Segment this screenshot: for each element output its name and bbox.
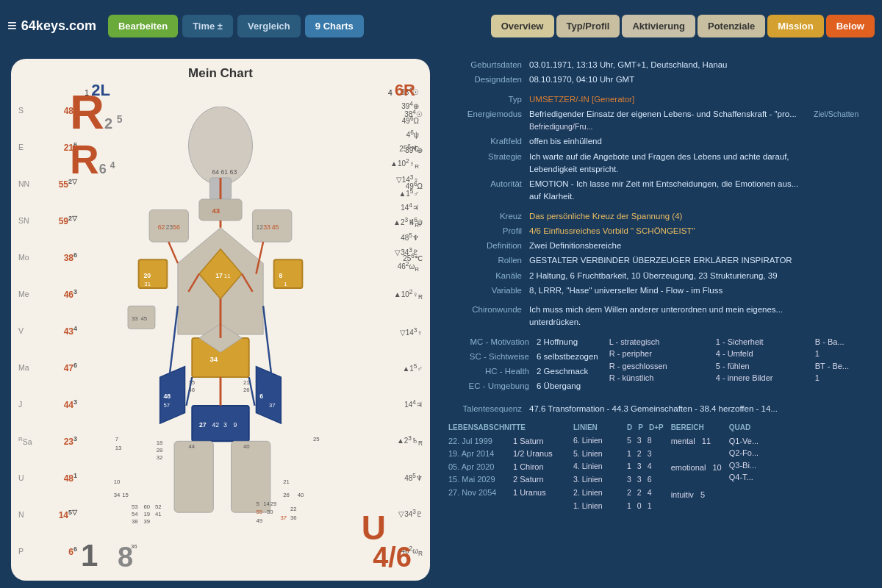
- svg-text:11: 11: [224, 273, 231, 279]
- svg-text:43: 43: [212, 207, 220, 215]
- ec-value: 6 Übergang: [537, 380, 581, 392]
- s1: 1 - Sicherheit: [716, 336, 804, 348]
- bereich-col: BEREICH mental 11 emotional 10 intuitiv …: [671, 422, 722, 514]
- bearbeiten-button[interactable]: Bearbeiten: [108, 15, 178, 37]
- d-col-header: D: [627, 422, 632, 433]
- svg-text:44: 44: [188, 443, 195, 450]
- strategie-label: Strategie: [448, 151, 522, 163]
- ec-label: EC - Umgebung: [448, 380, 529, 392]
- label-row-u: U 481: [18, 471, 77, 485]
- svg-text:57: 57: [164, 402, 171, 409]
- dp-col-header: D+P: [649, 422, 664, 433]
- linien-row-6: 6. Linien538: [573, 435, 664, 447]
- time-button[interactable]: Time ±: [182, 15, 233, 37]
- profil-label: Profil: [448, 225, 522, 237]
- sc-value: 6 selbstbezogen: [537, 351, 598, 363]
- lebens-row-4: 15. Mai 2029 2 Saturn: [448, 473, 566, 486]
- bereich-header: BEREICH: [671, 422, 722, 433]
- label-row-e: E 216: [18, 140, 77, 154]
- kanaele-value: 2 Haltung, 6 Fruchtbarkeit, 10 Überzeugu…: [529, 270, 778, 282]
- svg-text:18: 18: [157, 440, 163, 446]
- designdaten-label: Designdaten: [448, 74, 522, 86]
- svg-text:9: 9: [233, 421, 237, 429]
- svg-text:5: 5: [256, 501, 259, 507]
- label-row-me: Me 463: [18, 287, 77, 301]
- designdaten-value: 08.10.1970, 04:10 Uhr GMT: [529, 74, 634, 86]
- linien-col-header: LINIEN: [573, 422, 621, 433]
- lebens-row-2: 19. Apr 2014 1/2 Uranus: [448, 448, 566, 460]
- label-row-s: S 486: [18, 104, 77, 118]
- svg-text:14: 14: [263, 501, 270, 507]
- tab-nav: Overview Typ/Profil Aktivierung Potenzia…: [491, 15, 875, 37]
- svg-text:49: 49: [256, 517, 262, 524]
- bereich-emotional: emotional 10: [671, 462, 722, 474]
- l-strat: L - strategisch: [609, 336, 705, 348]
- svg-text:34: 34: [209, 355, 218, 363]
- bt-val: 1: [815, 372, 849, 384]
- label-row-j: J 443: [18, 398, 77, 412]
- strategie-row: Strategie Ich warte auf die Angebote und…: [448, 151, 871, 176]
- svg-text:3: 3: [223, 421, 227, 429]
- chart-card: Mein Chart S 486 E 216 NN 552▽ SN 59: [11, 59, 430, 581]
- energiemodus-label: Energiemodus: [448, 108, 522, 121]
- tab-below[interactable]: Below: [826, 15, 875, 37]
- tab-overview[interactable]: Overview: [491, 15, 554, 37]
- autoritaet-row: Autorität EMOTION - Ich lasse mir Zeit m…: [448, 178, 871, 204]
- label-row-v: V 434: [18, 324, 77, 338]
- right-label-11: 485♆: [364, 470, 423, 484]
- svg-text:40: 40: [298, 492, 304, 498]
- r-gesch: R - geschlossen: [609, 360, 705, 373]
- sc-label: SC - Sichtweise: [448, 351, 529, 363]
- tab-typ[interactable]: Typ/Profil: [556, 15, 620, 37]
- talentesequenz-row: Talentesequenz 47.6 Transformation - 44.…: [448, 403, 871, 415]
- p-col-header: P: [638, 422, 643, 433]
- kreuz-label: Kreuz: [448, 210, 522, 223]
- kraftfeld-row: Kraftfeld offen bis einhüllend: [448, 135, 871, 148]
- chart-title: Mein Chart: [18, 66, 423, 81]
- definition-value: Zwei Definitionsbereiche: [529, 240, 621, 252]
- top-chart-numbers: 1 2L 4 6R: [81, 81, 419, 100]
- svg-text:26: 26: [283, 492, 290, 498]
- tab-potenziale[interactable]: Potenziale: [698, 15, 765, 37]
- lebens-title: LEBENSABSCHNITTE: [448, 422, 566, 433]
- right-label-9: 144♃: [364, 397, 423, 411]
- svg-text:52: 52: [155, 503, 162, 510]
- charts-button[interactable]: 9 Charts: [305, 15, 364, 37]
- geburtsdaten-label: Geburtsdaten: [448, 59, 522, 71]
- s3: 5 - fühlen: [716, 360, 804, 373]
- b-val: 1: [815, 348, 849, 360]
- right-label-6: ▲102♀R: [364, 287, 423, 302]
- top-nav: ≡ 64keys.com Bearbeiten Time ± Vergleich…: [0, 0, 882, 51]
- tab-aktivierung[interactable]: Aktivierung: [622, 15, 695, 37]
- definition-label: Definition: [448, 240, 522, 252]
- vergleich-button[interactable]: Vergleich: [237, 15, 301, 37]
- quad-col: QUAD Q1-Ve... Q2-Fo... Q3-Bi... Q4-T...: [729, 422, 759, 514]
- svg-text:6: 6: [259, 392, 263, 400]
- profil-value: 4/6 Einflussreiches Vorbild " SCHÖNGEIST…: [529, 225, 695, 237]
- svg-text:38: 38: [132, 518, 138, 525]
- svg-text:29: 29: [270, 501, 277, 507]
- kreuz-value: Das persönliche Kreuz der Spannung (4): [529, 210, 682, 223]
- tab-mission[interactable]: Mission: [767, 15, 823, 37]
- right-label-10: ▲23♄R: [364, 433, 423, 448]
- right-panel: Geburtsdaten 03.01.1971, 13:13 Uhr, GMT+…: [437, 51, 882, 588]
- sicherheit-col: 1 - Sicherheit 4 - Umfeld 5 - fühlen 4 -…: [716, 336, 804, 395]
- r-kuenstl: R - künstlich: [609, 372, 705, 384]
- svg-text:10: 10: [114, 478, 121, 485]
- svg-rect-3: [199, 199, 242, 220]
- bt-label: BT - Be...: [815, 360, 849, 373]
- quad-q2: Q2-Fo...: [729, 447, 759, 459]
- svg-line-44: [168, 242, 178, 263]
- geburtsdaten-row: Geburtsdaten 03.01.1971, 13:13 Uhr, GMT+…: [448, 59, 871, 71]
- variable-row: Variable 8, LRRR, "Hase" universeller Mi…: [448, 284, 871, 297]
- svg-text:25: 25: [313, 436, 320, 442]
- svg-text:20: 20: [143, 272, 151, 279]
- big-r-left2: R6 4: [70, 140, 115, 180]
- energiemodus-value: Befriedigender Einsatz der eigenen Leben…: [529, 108, 871, 134]
- svg-text:53: 53: [132, 503, 138, 510]
- svg-text:60: 60: [143, 503, 150, 510]
- label-row-n: N 145▽: [18, 508, 77, 522]
- chart-center: R2 5 R6 4 384☉ 394⊕ 496Ω 46ψ 256℃ ▲102♀R…: [77, 85, 364, 577]
- svg-text:33: 33: [263, 223, 270, 231]
- hc-label: HC - Health: [448, 365, 529, 378]
